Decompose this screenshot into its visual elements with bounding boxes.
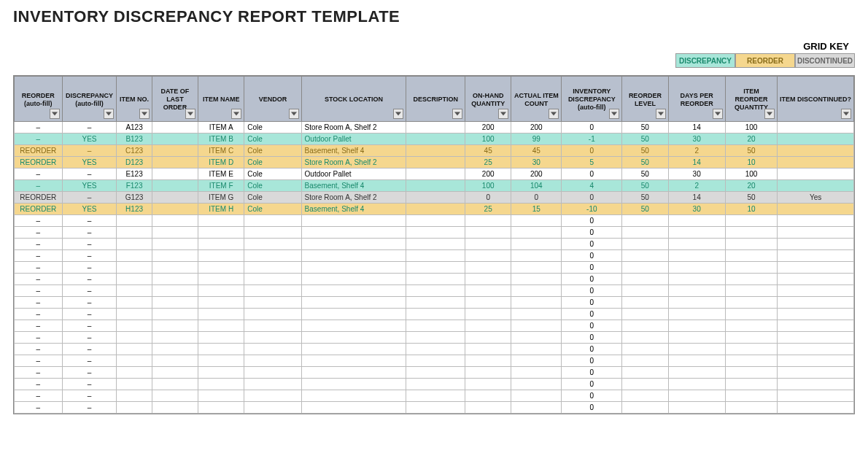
- cell-date[interactable]: [152, 379, 198, 390]
- cell-level[interactable]: [622, 285, 668, 297]
- cell-onhand[interactable]: [465, 250, 511, 262]
- table-row[interactable]: ––0: [15, 320, 854, 332]
- cell-reorder[interactable]: –: [15, 332, 63, 344]
- cell-reorder[interactable]: REORDER: [15, 204, 63, 215]
- cell-level[interactable]: [622, 250, 668, 262]
- cell-disc[interactable]: [778, 274, 854, 285]
- cell-desc[interactable]: [406, 204, 465, 215]
- cell-desc[interactable]: [406, 320, 465, 332]
- cell-inv[interactable]: 0: [562, 379, 622, 390]
- cell-qty[interactable]: [725, 309, 777, 320]
- cell-stock[interactable]: [301, 250, 406, 262]
- cell-stock[interactable]: [301, 355, 406, 367]
- cell-itemname[interactable]: ITEM B: [198, 133, 244, 145]
- cell-stock[interactable]: Store Room A, Shelf 2: [301, 122, 406, 133]
- cell-level[interactable]: 50: [622, 180, 668, 192]
- column-header[interactable]: ITEM NO.: [117, 77, 152, 122]
- cell-inv[interactable]: 0: [562, 309, 622, 320]
- cell-vendor[interactable]: [244, 320, 301, 332]
- cell-vendor[interactable]: Cole: [244, 145, 301, 157]
- cell-qty[interactable]: [725, 320, 777, 332]
- cell-discrep[interactable]: –: [62, 309, 117, 320]
- cell-date[interactable]: [152, 180, 198, 192]
- cell-desc[interactable]: [406, 169, 465, 180]
- cell-desc[interactable]: [406, 227, 465, 239]
- cell-stock[interactable]: Basement, Shelf 4: [301, 204, 406, 215]
- cell-desc[interactable]: [406, 297, 465, 309]
- cell-qty[interactable]: 50: [725, 192, 777, 204]
- cell-inv[interactable]: 0: [562, 262, 622, 274]
- filter-dropdown-icon[interactable]: [498, 109, 508, 119]
- cell-itemno[interactable]: [117, 355, 152, 367]
- cell-date[interactable]: [152, 122, 198, 133]
- cell-discrep[interactable]: –: [62, 390, 117, 402]
- cell-stock[interactable]: Outdoor Pallet: [301, 133, 406, 145]
- cell-actual[interactable]: [511, 344, 562, 355]
- cell-actual[interactable]: [511, 297, 562, 309]
- cell-days[interactable]: [668, 274, 725, 285]
- cell-level[interactable]: [622, 215, 668, 227]
- cell-date[interactable]: [152, 133, 198, 145]
- cell-actual[interactable]: [511, 332, 562, 344]
- cell-itemno[interactable]: [117, 274, 152, 285]
- cell-date[interactable]: [152, 157, 198, 169]
- cell-itemname[interactable]: [198, 297, 244, 309]
- cell-reorder[interactable]: –: [15, 262, 63, 274]
- cell-vendor[interactable]: [244, 390, 301, 402]
- cell-days[interactable]: [668, 215, 725, 227]
- cell-inv[interactable]: 0: [562, 390, 622, 402]
- cell-days[interactable]: [668, 297, 725, 309]
- cell-disc[interactable]: [778, 157, 854, 169]
- cell-qty[interactable]: [725, 390, 777, 402]
- cell-qty[interactable]: 10: [725, 204, 777, 215]
- cell-date[interactable]: [152, 390, 198, 402]
- column-header[interactable]: DESCRIPTION: [406, 77, 465, 122]
- cell-stock[interactable]: [301, 297, 406, 309]
- cell-desc[interactable]: [406, 192, 465, 204]
- cell-date[interactable]: [152, 250, 198, 262]
- cell-disc[interactable]: [778, 215, 854, 227]
- table-row[interactable]: ––0: [15, 309, 854, 320]
- cell-itemname[interactable]: [198, 262, 244, 274]
- cell-onhand[interactable]: [465, 355, 511, 367]
- table-row[interactable]: ––0: [15, 274, 854, 285]
- column-header[interactable]: VENDOR: [244, 77, 301, 122]
- filter-dropdown-icon[interactable]: [764, 109, 775, 119]
- cell-disc[interactable]: [778, 227, 854, 239]
- cell-itemname[interactable]: [198, 320, 244, 332]
- column-header[interactable]: DAYS PER REORDER: [668, 77, 725, 122]
- column-header[interactable]: REORDER LEVEL: [622, 77, 668, 122]
- cell-inv[interactable]: 0: [562, 239, 622, 250]
- cell-vendor[interactable]: Cole: [244, 169, 301, 180]
- cell-discrep[interactable]: –: [62, 227, 117, 239]
- cell-level[interactable]: 50: [622, 192, 668, 204]
- cell-vendor[interactable]: [244, 309, 301, 320]
- table-row[interactable]: REORDER–G123ITEM GColeStore Room A, Shel…: [15, 192, 854, 204]
- cell-onhand[interactable]: [465, 320, 511, 332]
- column-header[interactable]: ON-HAND QUANTITY: [465, 77, 511, 122]
- cell-disc[interactable]: [778, 320, 854, 332]
- cell-itemno[interactable]: C123: [117, 145, 152, 157]
- cell-level[interactable]: [622, 390, 668, 402]
- table-row[interactable]: ––E123ITEM EColeOutdoor Pallet2002000503…: [15, 169, 854, 180]
- cell-discrep[interactable]: –: [62, 215, 117, 227]
- cell-itemname[interactable]: [198, 274, 244, 285]
- cell-discrep[interactable]: –: [62, 367, 117, 379]
- cell-disc[interactable]: [778, 344, 854, 355]
- cell-onhand[interactable]: [465, 379, 511, 390]
- cell-days[interactable]: [668, 227, 725, 239]
- cell-itemno[interactable]: B123: [117, 133, 152, 145]
- cell-actual[interactable]: 200: [511, 169, 562, 180]
- cell-days[interactable]: [668, 379, 725, 390]
- cell-vendor[interactable]: [244, 215, 301, 227]
- cell-vendor[interactable]: [244, 274, 301, 285]
- cell-vendor[interactable]: Cole: [244, 122, 301, 133]
- cell-vendor[interactable]: [244, 379, 301, 390]
- cell-actual[interactable]: [511, 250, 562, 262]
- cell-date[interactable]: [152, 227, 198, 239]
- cell-actual[interactable]: [511, 402, 562, 414]
- cell-reorder[interactable]: –: [15, 390, 63, 402]
- table-row[interactable]: ––0: [15, 402, 854, 414]
- cell-days[interactable]: [668, 239, 725, 250]
- cell-qty[interactable]: [725, 297, 777, 309]
